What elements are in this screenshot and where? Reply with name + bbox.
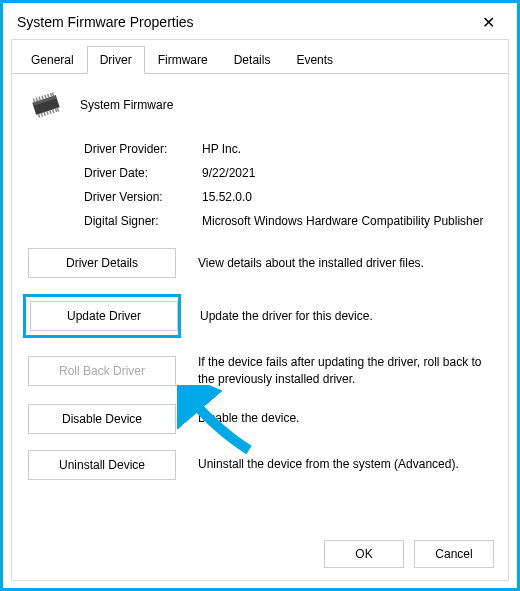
date-value: 9/22/2021 bbox=[202, 166, 492, 180]
uninstall-device-button[interactable]: Uninstall Device bbox=[28, 450, 176, 480]
update-driver-desc: Update the driver for this device. bbox=[200, 308, 373, 325]
provider-label: Driver Provider: bbox=[84, 142, 202, 156]
driver-details-desc: View details about the installed driver … bbox=[198, 255, 424, 272]
driver-info: Driver Provider: HP Inc. Driver Date: 9/… bbox=[84, 142, 492, 228]
signer-value: Microsoft Windows Hardware Compatibility… bbox=[202, 214, 492, 228]
svg-line-3 bbox=[41, 113, 42, 117]
ok-button[interactable]: OK bbox=[324, 540, 404, 568]
info-row: Driver Provider: HP Inc. bbox=[84, 142, 492, 156]
svg-line-9 bbox=[57, 108, 58, 112]
svg-line-4 bbox=[44, 112, 45, 116]
update-driver-button[interactable]: Update Driver bbox=[30, 301, 178, 331]
info-row: Driver Date: 9/22/2021 bbox=[84, 166, 492, 180]
tab-firmware[interactable]: Firmware bbox=[145, 46, 221, 73]
rollback-driver-desc: If the device fails after updating the d… bbox=[198, 354, 492, 388]
rollback-driver-button: Roll Back Driver bbox=[28, 356, 176, 386]
driver-details-button[interactable]: Driver Details bbox=[28, 248, 176, 278]
disable-device-desc: Disable the device. bbox=[198, 410, 299, 427]
window-frame: System Firmware Properties ✕ General Dri… bbox=[0, 0, 520, 591]
version-value: 15.52.0.0 bbox=[202, 190, 492, 204]
dialog-buttons: OK Cancel bbox=[324, 540, 494, 568]
close-icon[interactable]: ✕ bbox=[474, 11, 503, 34]
action-row: Disable Device Disable the device. bbox=[28, 404, 492, 434]
svg-line-7 bbox=[53, 109, 54, 113]
signer-label: Digital Signer: bbox=[84, 214, 202, 228]
svg-line-13 bbox=[42, 96, 43, 100]
svg-line-8 bbox=[55, 108, 56, 112]
tab-driver[interactable]: Driver bbox=[87, 46, 145, 74]
action-row: Uninstall Device Uninstall the device fr… bbox=[28, 450, 492, 480]
disable-device-button[interactable]: Disable Device bbox=[28, 404, 176, 434]
date-label: Driver Date: bbox=[84, 166, 202, 180]
info-row: Digital Signer: Microsoft Windows Hardwa… bbox=[84, 214, 492, 228]
titlebar: System Firmware Properties ✕ bbox=[3, 3, 517, 37]
version-label: Driver Version: bbox=[84, 190, 202, 204]
cancel-button[interactable]: Cancel bbox=[414, 540, 494, 568]
svg-line-14 bbox=[45, 95, 46, 99]
tab-events[interactable]: Events bbox=[283, 46, 346, 73]
chip-icon bbox=[28, 92, 64, 118]
svg-line-15 bbox=[48, 94, 49, 98]
svg-line-2 bbox=[38, 114, 39, 118]
uninstall-device-desc: Uninstall the device from the system (Ad… bbox=[198, 456, 459, 473]
svg-line-17 bbox=[52, 92, 53, 96]
svg-line-10 bbox=[33, 99, 34, 103]
device-name: System Firmware bbox=[80, 98, 173, 112]
provider-value: HP Inc. bbox=[202, 142, 492, 156]
info-row: Driver Version: 15.52.0.0 bbox=[84, 190, 492, 204]
svg-line-16 bbox=[51, 93, 52, 97]
svg-line-11 bbox=[36, 98, 37, 102]
action-row: Update Driver Update the driver for this… bbox=[28, 294, 492, 338]
window-title: System Firmware Properties bbox=[17, 14, 194, 30]
svg-line-6 bbox=[50, 110, 51, 114]
action-row: Driver Details View details about the in… bbox=[28, 248, 492, 278]
tab-details[interactable]: Details bbox=[221, 46, 284, 73]
tab-strip: General Driver Firmware Details Events bbox=[12, 40, 508, 74]
svg-line-12 bbox=[39, 97, 40, 101]
dialog-body: General Driver Firmware Details Events bbox=[11, 39, 509, 581]
svg-line-5 bbox=[47, 111, 48, 115]
update-driver-highlight: Update Driver bbox=[23, 294, 181, 338]
device-header: System Firmware bbox=[28, 92, 492, 118]
action-row: Roll Back Driver If the device fails aft… bbox=[28, 354, 492, 388]
tab-content: System Firmware Driver Provider: HP Inc.… bbox=[12, 74, 508, 514]
tab-general[interactable]: General bbox=[18, 46, 87, 73]
